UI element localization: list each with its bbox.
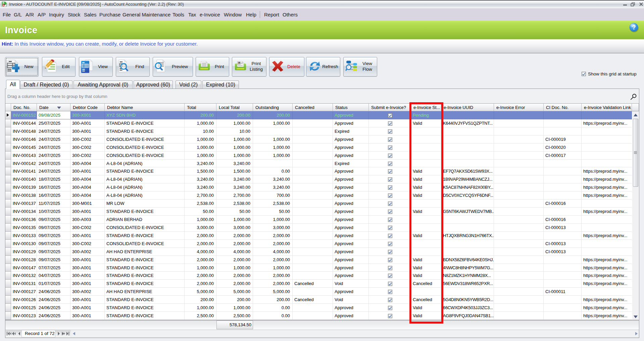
svg-text:R: R (238, 61, 240, 65)
svg-text:?: ? (632, 24, 636, 31)
